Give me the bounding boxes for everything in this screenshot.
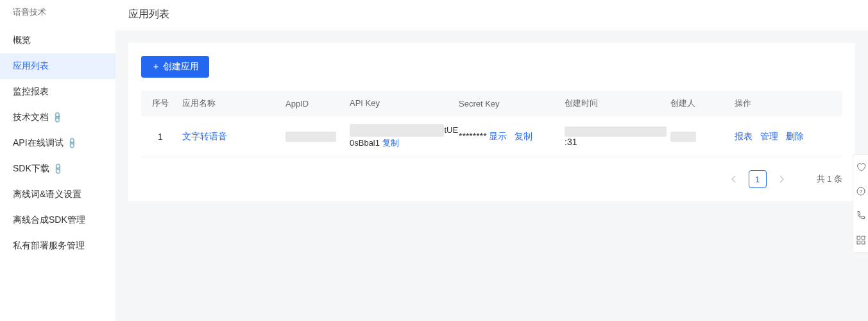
sidebar-item-label: 离线词&语义设置 bbox=[13, 189, 81, 200]
page-prev-button[interactable] bbox=[724, 170, 742, 188]
external-link-icon: 🔗 bbox=[51, 111, 64, 125]
create-app-button[interactable]: ＋ 创建应用 bbox=[141, 56, 209, 78]
svg-rect-3 bbox=[862, 236, 865, 239]
header-creator: 创建人 bbox=[670, 98, 735, 109]
svg-rect-5 bbox=[862, 241, 865, 244]
table-row: 1 文字转语音 ████████ ████████████████tUE0sBb… bbox=[141, 116, 842, 157]
header-seq: 序号 bbox=[141, 98, 180, 109]
header-name: 应用名称 bbox=[180, 98, 285, 109]
content-panel: ＋ 创建应用 序号 应用名称 AppID API Key Secret Key … bbox=[128, 43, 855, 201]
plus-icon: ＋ bbox=[151, 61, 160, 73]
svg-rect-2 bbox=[857, 236, 860, 239]
cell-secret: ******** 显示 复制 bbox=[459, 131, 565, 143]
sidebar-title: 语音技术 bbox=[0, 6, 115, 28]
sidebar-item-offline-sdk[interactable]: 离线合成SDK管理 bbox=[0, 207, 115, 233]
external-link-icon: 🔗 bbox=[51, 162, 65, 176]
time-suffix: :31 bbox=[565, 137, 577, 147]
chevron-left-icon bbox=[731, 175, 736, 183]
page-number-current[interactable]: 1 bbox=[749, 170, 767, 188]
header-actions: 操作 bbox=[735, 98, 842, 109]
header-apikey: API Key bbox=[350, 97, 459, 110]
pagination: 1 共 1 条 bbox=[141, 170, 842, 188]
float-phone-button[interactable] bbox=[853, 204, 868, 228]
main-content: 应用列表 ＋ 创建应用 序号 应用名称 AppID API Key Secret… bbox=[115, 0, 868, 321]
sidebar-item-label: SDK下载 bbox=[13, 163, 49, 175]
page-title: 应用列表 bbox=[115, 0, 868, 30]
svg-text:?: ? bbox=[859, 189, 862, 195]
sidebar-item-label: 监控报表 bbox=[13, 86, 49, 98]
sidebar-item-sdk[interactable]: SDK下载 🔗 bbox=[0, 156, 115, 182]
appid-redacted: ████████ bbox=[285, 132, 336, 142]
action-manage-link[interactable]: 管理 bbox=[760, 131, 778, 141]
page-total: 共 1 条 bbox=[817, 173, 842, 185]
sidebar-item-label: 私有部署服务管理 bbox=[13, 240, 85, 252]
chevron-right-icon bbox=[779, 175, 785, 183]
sidebar-item-label: 技术文档 bbox=[13, 112, 49, 123]
svg-rect-4 bbox=[857, 241, 860, 244]
sidebar-item-label: 离线合成SDK管理 bbox=[13, 214, 85, 226]
cell-apikey: ████████████████tUE0sBbal1 复制 bbox=[350, 124, 459, 149]
page-next-button[interactable] bbox=[773, 170, 791, 188]
creator-redacted: ████ bbox=[670, 132, 696, 142]
sidebar-item-app-list[interactable]: 应用列表 bbox=[0, 53, 115, 79]
apikey-redacted: ████████████████ bbox=[350, 124, 444, 137]
app-table: 序号 应用名称 AppID API Key Secret Key 创建时间 创建… bbox=[141, 91, 842, 157]
apikey-copy-link[interactable]: 复制 bbox=[382, 138, 399, 148]
sidebar-item-monitor[interactable]: 监控报表 bbox=[0, 79, 115, 105]
action-delete-link[interactable]: 删除 bbox=[786, 131, 804, 141]
time-redacted: ████████████████ bbox=[565, 126, 667, 137]
create-button-label: 创建应用 bbox=[163, 61, 199, 73]
sidebar-item-label: API在线调试 bbox=[13, 137, 64, 149]
secret-copy-link[interactable]: 复制 bbox=[515, 131, 532, 141]
secret-show-link[interactable]: 显示 bbox=[489, 131, 507, 141]
header-secret: Secret Key bbox=[459, 99, 565, 108]
float-grid-button[interactable] bbox=[853, 228, 868, 252]
cell-seq: 1 bbox=[141, 132, 180, 142]
sidebar: 语音技术 概览 应用列表 监控报表 技术文档 🔗 API在线调试 🔗 SDK下载… bbox=[0, 0, 115, 321]
sidebar-item-docs[interactable]: 技术文档 🔗 bbox=[0, 105, 115, 130]
cell-time: ████████████████:31 bbox=[565, 126, 670, 147]
phone-icon bbox=[856, 211, 866, 221]
cell-actions: 报表 管理 删除 bbox=[735, 131, 842, 143]
float-heart-button[interactable] bbox=[853, 155, 868, 179]
float-toolbar: ? bbox=[853, 154, 868, 253]
sidebar-item-label: 应用列表 bbox=[13, 60, 49, 72]
sidebar-item-offline-words[interactable]: 离线词&语义设置 bbox=[0, 182, 115, 207]
sidebar-item-api-debug[interactable]: API在线调试 🔗 bbox=[0, 130, 115, 156]
sidebar-item-private-deploy[interactable]: 私有部署服务管理 bbox=[0, 233, 115, 259]
header-appid: AppID bbox=[285, 99, 350, 108]
sidebar-item-label: 概览 bbox=[13, 35, 31, 46]
help-icon: ? bbox=[856, 186, 866, 196]
external-link-icon: 🔗 bbox=[65, 137, 79, 150]
app-name-link[interactable]: 文字转语音 bbox=[182, 131, 227, 141]
float-help-button[interactable]: ? bbox=[853, 179, 868, 204]
heart-icon bbox=[856, 162, 866, 172]
table-header: 序号 应用名称 AppID API Key Secret Key 创建时间 创建… bbox=[141, 91, 842, 116]
secret-masked: ******** bbox=[459, 131, 487, 141]
header-time: 创建时间 bbox=[565, 98, 670, 109]
action-report-link[interactable]: 报表 bbox=[735, 131, 753, 141]
sidebar-item-overview[interactable]: 概览 bbox=[0, 28, 115, 53]
grid-icon bbox=[856, 235, 866, 245]
